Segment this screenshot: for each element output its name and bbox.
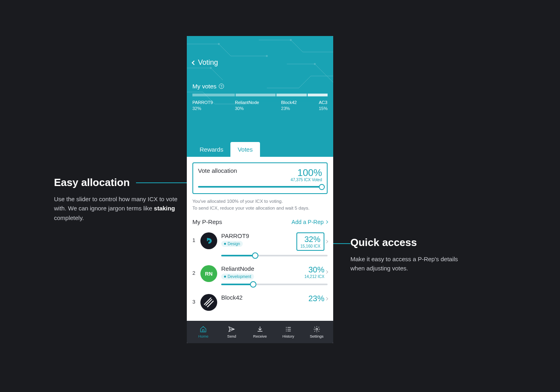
votes-legend: PARROT9 32% ReliantNode 30% Block42 23% …: [192, 100, 328, 112]
gear-icon: [313, 326, 320, 333]
nav-label: Send: [227, 334, 236, 338]
legend-name: Block42: [281, 100, 297, 106]
receive-icon: [256, 326, 264, 333]
prep-icx: 15,160 ICX: [300, 244, 320, 248]
slider-fill: [221, 284, 253, 285]
chevron-left-icon: [192, 60, 196, 65]
legend-pct: 23%: [281, 106, 297, 112]
chevron-right-icon[interactable]: [325, 270, 328, 274]
nav-history[interactable]: History: [274, 326, 302, 338]
legend-item: AC3 15%: [319, 100, 328, 112]
preps-title: My P-Reps: [192, 218, 222, 225]
preps-header: My P-Reps Add a P-Rep: [192, 218, 328, 225]
nav-settings[interactable]: Settings: [302, 326, 331, 338]
slider-thumb[interactable]: [250, 281, 256, 288]
annotation-body: Make it easy to access a P-Rep's details…: [350, 254, 470, 273]
prep-rank: 2: [192, 265, 196, 276]
legend-name: AC3: [319, 100, 328, 106]
svg-point-14: [316, 328, 318, 330]
chevron-right-icon: [325, 220, 328, 224]
connector-line-left: [136, 182, 188, 183]
prep-avatar: RN: [200, 265, 217, 282]
legend-pct: 30%: [235, 106, 259, 112]
tab-votes[interactable]: Votes: [230, 142, 260, 157]
allocation-message-line: To send ICX, reduce your vote allocation…: [192, 205, 328, 212]
prep-tag: Design: [221, 241, 243, 247]
annotation-quick-access: Quick access Make it easy to access a P-…: [350, 236, 470, 273]
prep-row[interactable]: 3 Block42 23%: [192, 291, 328, 311]
prep-rank: 3: [192, 294, 196, 305]
chevron-right-icon[interactable]: [325, 297, 328, 300]
legend-item: PARROT9 32%: [192, 100, 213, 112]
allocation-message-line: You've allocated 100% of your ICX to vot…: [192, 198, 328, 205]
prep-name: ReliantNode: [221, 265, 254, 272]
add-prep-label: Add a P-Rep: [292, 219, 324, 225]
prep-row[interactable]: 1 PARROT9 Design 32% 15,160 ICX: [192, 229, 328, 262]
nav-send[interactable]: Send: [218, 326, 246, 338]
tab-rewards[interactable]: Rewards: [192, 142, 230, 157]
nav-label: Settings: [310, 334, 323, 338]
bar-segment: [276, 94, 307, 96]
send-icon: [228, 326, 235, 333]
bar-segment: [308, 94, 328, 96]
prep-slider[interactable]: [221, 284, 328, 285]
prep-avatar: [200, 232, 217, 249]
nav-label: Home: [198, 334, 208, 338]
allocation-voted: 47,375 ICX Voted: [291, 178, 322, 182]
home-icon: [200, 326, 207, 333]
prep-icx: 14,212 ICX: [304, 274, 324, 279]
prep-percent: 30%: [304, 265, 324, 274]
allocation-slider[interactable]: [198, 186, 322, 188]
svg-point-8: [286, 327, 286, 328]
allocation-message: You've allocated 100% of your ICX to vot…: [192, 198, 328, 211]
prep-avatar: [200, 294, 217, 311]
nav-label: Receive: [253, 334, 267, 338]
prep-percent-box[interactable]: 23%: [308, 294, 324, 303]
annotation-body: Use the slider to control how many ICX t…: [54, 194, 178, 222]
slider-thumb[interactable]: [319, 184, 325, 190]
prep-slider[interactable]: [221, 255, 328, 256]
nav-receive[interactable]: Receive: [246, 326, 274, 338]
phone-mockup: Voting My votes ? PARROT9 32% ReliantNod…: [187, 36, 333, 343]
stripes-icon: [204, 298, 214, 307]
legend-pct: 32%: [192, 106, 213, 112]
screen-title: Voting: [198, 58, 218, 67]
screen-header: Voting My votes ? PARROT9 32% ReliantNod…: [187, 36, 333, 157]
parrot-icon: [204, 236, 213, 245]
bottom-nav: Home Send Receive History Settings: [187, 321, 333, 343]
legend-name: PARROT9: [192, 100, 213, 106]
annotation-body-bold: staking: [154, 205, 175, 212]
connector-line-right: [331, 243, 350, 244]
legend-item: Block42 23%: [281, 100, 297, 112]
prep-percent: 32%: [300, 235, 320, 244]
annotation-title: Quick access: [350, 236, 470, 249]
nav-label: History: [282, 334, 294, 338]
svg-line-7: [207, 301, 214, 307]
annotation-body-post: completely.: [54, 214, 84, 221]
annotation-easy-allocation: Easy allocation Use the slider to contro…: [54, 176, 178, 222]
prep-percent-box[interactable]: 30% 14,212 ICX: [304, 265, 324, 279]
allocation-percent: 100%: [291, 167, 322, 178]
myvotes-heading: My votes ?: [192, 83, 328, 90]
legend-item: ReliantNode 30%: [235, 100, 259, 112]
add-prep-button[interactable]: Add a P-Rep: [292, 219, 328, 225]
back-button[interactable]: Voting: [192, 36, 328, 67]
legend-name: ReliantNode: [235, 100, 259, 106]
screen-content: Vote allocation 100% 47,375 ICX Voted Yo…: [187, 157, 333, 321]
legend-pct: 15%: [319, 106, 328, 112]
prep-tag: Development: [221, 274, 254, 280]
nav-home[interactable]: Home: [189, 326, 218, 338]
help-icon[interactable]: ?: [219, 84, 224, 89]
allocation-title: Vote allocation: [198, 167, 237, 174]
prep-row[interactable]: 2 RN ReliantNode Development 30% 14,212 …: [192, 262, 328, 291]
prep-name: PARROT9: [221, 232, 249, 239]
chevron-right-icon[interactable]: [325, 240, 328, 243]
bar-segment: [236, 94, 276, 96]
tab-bar: Rewards Votes: [192, 142, 260, 157]
bar-segment: [192, 94, 235, 96]
history-icon: [285, 326, 292, 333]
svg-point-3: [210, 67, 212, 69]
svg-point-12: [286, 331, 286, 331]
slider-thumb[interactable]: [252, 252, 258, 259]
prep-percent-box[interactable]: 32% 15,160 ICX: [296, 232, 324, 251]
